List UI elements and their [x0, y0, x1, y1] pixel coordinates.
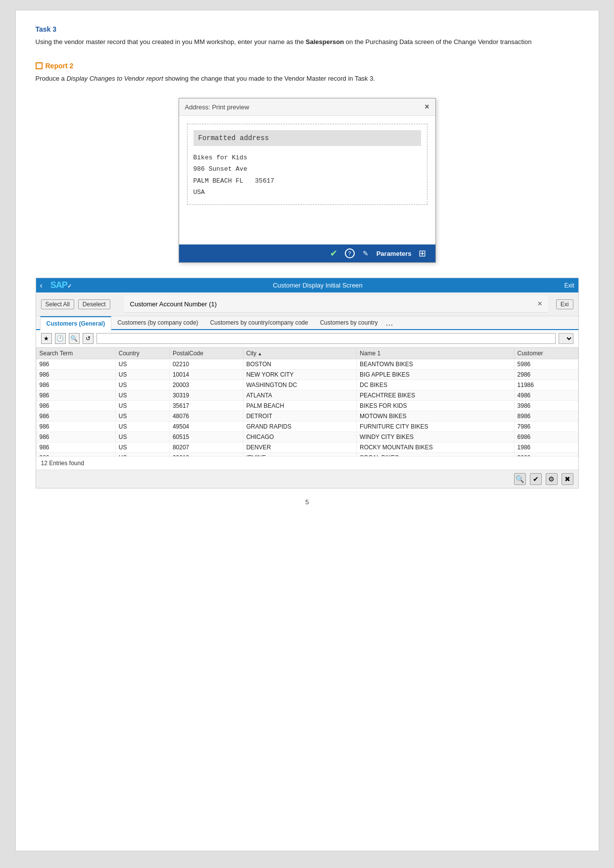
footer-help-icon[interactable]: ? — [345, 248, 355, 258]
tabs-row: Customers (General) Customers (by compan… — [36, 316, 578, 330]
cell-customer: 9986 — [514, 453, 578, 457]
table-row[interactable]: 986US60515CHICAGOWINDY CITY BIKES6986 — [36, 432, 578, 442]
page-number: 5 — [36, 488, 579, 511]
cell-search_term: 986 — [36, 422, 115, 432]
cell-customer: 3986 — [514, 401, 578, 411]
table-row[interactable]: 986US10014NEW YORK CITYBIG APPLE BIKES29… — [36, 370, 578, 380]
cell-search_term: 986 — [36, 453, 115, 457]
cell-name1: SOCAL BIKES — [357, 453, 514, 457]
search-dialog-header: Customer Account Number (1) × — [124, 295, 548, 313]
cell-country: US — [115, 380, 169, 390]
select-all-button[interactable]: Select All — [41, 299, 74, 309]
entries-found: 12 Entries found — [36, 456, 578, 470]
sap-logo: SAP✓ — [50, 280, 71, 290]
tab-customers-company[interactable]: Customers (by company code) — [111, 316, 204, 329]
cell-city: GRAND RAPIDS — [243, 422, 356, 432]
col-search-term[interactable]: Search Term — [36, 348, 115, 359]
cell-postal: 60515 — [169, 432, 243, 442]
print-preview-footer: ✔ ? ✎ Parameters ⊞ — [179, 244, 435, 262]
bottom-check-button[interactable]: ✔ — [530, 473, 542, 485]
footer-check-icon[interactable]: ✔ — [329, 248, 339, 258]
search-icon[interactable]: 🔍 — [69, 333, 80, 344]
cell-search_term: 986 — [36, 411, 115, 422]
tab-more-button[interactable]: ... — [385, 318, 393, 328]
print-preview-overlay: Address: Print preview × Formatted addre… — [36, 98, 579, 263]
table-row[interactable]: 986US48076DETROITMOTOWN BIKES8986 — [36, 411, 578, 422]
cell-search_term: 986 — [36, 432, 115, 442]
address-line-3: PALM BEACH FL 35617 — [193, 175, 421, 187]
table-row[interactable]: 986US20003WASHINGTON DCDC BIKES11986 — [36, 380, 578, 390]
sap-exit-button[interactable]: Exit — [564, 282, 574, 289]
cell-name1: DC BIKES — [357, 380, 514, 390]
formatted-address-label: Formatted address — [193, 130, 421, 146]
cell-postal: 49504 — [169, 422, 243, 432]
task3-body-bold: Salesperson — [306, 38, 344, 46]
search-controls: ★ 🕐 🔍 ↺ ∨ — [36, 330, 578, 347]
refresh-icon[interactable]: ↺ — [83, 333, 94, 344]
bottom-close-button[interactable]: ✖ — [562, 473, 573, 485]
tab-customers-general[interactable]: Customers (General) — [40, 316, 112, 330]
deselect-button[interactable]: Deselect — [78, 299, 110, 309]
cell-customer: 11986 — [514, 380, 578, 390]
tab-customers-country-company[interactable]: Customers by country/company code — [204, 316, 314, 329]
tab-customers-country[interactable]: Customers by country — [314, 316, 384, 329]
sap-topbar: ‹ SAP✓ Customer Display Initial Screen E… — [36, 278, 578, 292]
search-dialog-close-button[interactable]: × — [537, 299, 542, 308]
table-row[interactable]: 986US30319ATLANTAPEACHTREE BIKES4986 — [36, 390, 578, 401]
page-container: Task 3 Using the vendor master record th… — [15, 10, 599, 851]
table-row[interactable]: 986US80207DENVERROCKY MOUNTAIN BIKES1986 — [36, 442, 578, 453]
footer-grid-icon[interactable]: ⊞ — [418, 248, 427, 258]
cell-name1: ROCKY MOUNTAIN BIKES — [357, 442, 514, 453]
task3-body: Using the vendor master record that you … — [36, 37, 579, 47]
bottom-settings-button[interactable]: ⚙ — [546, 473, 558, 485]
sap-screen: ‹ SAP✓ Customer Display Initial Screen E… — [36, 278, 579, 488]
table-row[interactable]: 986US92612IRVINESOCAL BIKES9986 — [36, 453, 578, 457]
cell-customer: 2986 — [514, 370, 578, 380]
search-input[interactable] — [96, 333, 556, 344]
table-row[interactable]: 986US35617PALM BEACHBIKES FOR KIDS3986 — [36, 401, 578, 411]
print-preview-header: Address: Print preview × — [179, 98, 435, 116]
col-country[interactable]: Country — [115, 348, 169, 359]
cell-search_term: 986 — [36, 380, 115, 390]
cell-postal: 02210 — [169, 359, 243, 370]
cell-city: DETROIT — [243, 411, 356, 422]
cell-name1: WINDY CITY BIKES — [357, 432, 514, 442]
results-table: Search Term Country PostalCode City Name… — [36, 347, 578, 456]
cell-city: CHICAGO — [243, 432, 356, 442]
cell-customer: 6986 — [514, 432, 578, 442]
table-row[interactable]: 986US49504GRAND RAPIDSFURNITURE CITY BIK… — [36, 422, 578, 432]
cell-name1: BIG APPLE BIKES — [357, 370, 514, 380]
sap-back-button[interactable]: ‹ — [40, 281, 43, 290]
report2-body-italic: Display Changes to Vendor report — [66, 75, 163, 82]
col-customer[interactable]: Customer — [514, 348, 578, 359]
cell-search_term: 986 — [36, 359, 115, 370]
cell-search_term: 986 — [36, 401, 115, 411]
cell-postal: 48076 — [169, 411, 243, 422]
col-city[interactable]: City — [243, 348, 356, 359]
cell-search_term: 986 — [36, 390, 115, 401]
address-box: Formatted address Bikes for Kids 986 Sun… — [187, 124, 427, 205]
report2-body: Produce a Display Changes to Vendor repo… — [36, 74, 579, 84]
cell-country: US — [115, 422, 169, 432]
clock-icon[interactable]: 🕐 — [55, 333, 66, 344]
cell-city: IRVINE — [243, 453, 356, 457]
col-name1[interactable]: Name 1 — [357, 348, 514, 359]
bottom-search-button[interactable]: 🔍 — [514, 473, 526, 485]
print-preview-body: Formatted address Bikes for Kids 986 Sun… — [179, 116, 435, 244]
bookmark-icon[interactable]: ★ — [41, 333, 52, 344]
footer-parameters-button[interactable]: Parameters — [377, 250, 412, 257]
cell-customer: 4986 — [514, 390, 578, 401]
address-line-4: USA — [193, 187, 421, 198]
cell-name1: BEANTOWN BIKES — [357, 359, 514, 370]
print-preview-close-button[interactable]: × — [425, 102, 429, 111]
exit-toolbar-button[interactable]: Exi — [556, 299, 573, 309]
cell-postal: 20003 — [169, 380, 243, 390]
address-line-2: 986 Sunset Ave — [193, 163, 421, 175]
cell-postal: 92612 — [169, 453, 243, 457]
dropdown-select[interactable]: ∨ — [559, 333, 573, 344]
footer-pencil-icon[interactable]: ✎ — [361, 248, 371, 258]
cell-country: US — [115, 370, 169, 380]
cell-customer: 7986 — [514, 422, 578, 432]
col-postal[interactable]: PostalCode — [169, 348, 243, 359]
table-row[interactable]: 986US02210BOSTONBEANTOWN BIKES5986 — [36, 359, 578, 370]
